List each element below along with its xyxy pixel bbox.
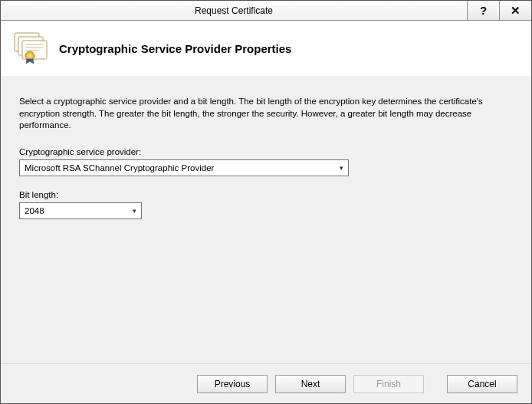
window-title: Request Certificate [1,1,467,20]
finish-button: Finish [353,375,424,393]
title-bar: Request Certificate ? ✕ [1,1,531,21]
chevron-down-icon: ▾ [334,160,348,176]
provider-value: Microsoft RSA SChannel Cryptographic Pro… [25,163,214,172]
help-button[interactable]: ? [467,1,499,20]
close-button[interactable]: ✕ [499,1,531,20]
description-text: Select a cryptographic service provider … [19,96,510,132]
cancel-button[interactable]: Cancel [447,375,517,393]
page-title: Cryptographic Service Provider Propertie… [59,42,291,55]
chevron-down-icon: ▾ [127,203,141,218]
bitlength-label: Bit length: [19,190,513,199]
bitlength-select[interactable]: 2048 ▾ [19,202,142,219]
provider-label: Cryptographic service provider: [19,147,513,156]
bitlength-value: 2048 [25,206,44,215]
previous-button[interactable]: Previous [197,375,268,393]
page-header: Cryptographic Service Provider Propertie… [1,21,531,76]
provider-select[interactable]: Microsoft RSA SChannel Cryptographic Pro… [19,159,349,176]
next-button[interactable]: Next [275,375,346,393]
window-controls: ? ✕ [467,1,531,20]
certificate-icon [13,31,50,65]
svg-point-7 [28,54,32,58]
content-area: Select a cryptographic service provider … [1,76,531,363]
wizard-footer: Previous Next Finish Cancel [1,363,531,403]
close-icon: ✕ [511,4,521,18]
